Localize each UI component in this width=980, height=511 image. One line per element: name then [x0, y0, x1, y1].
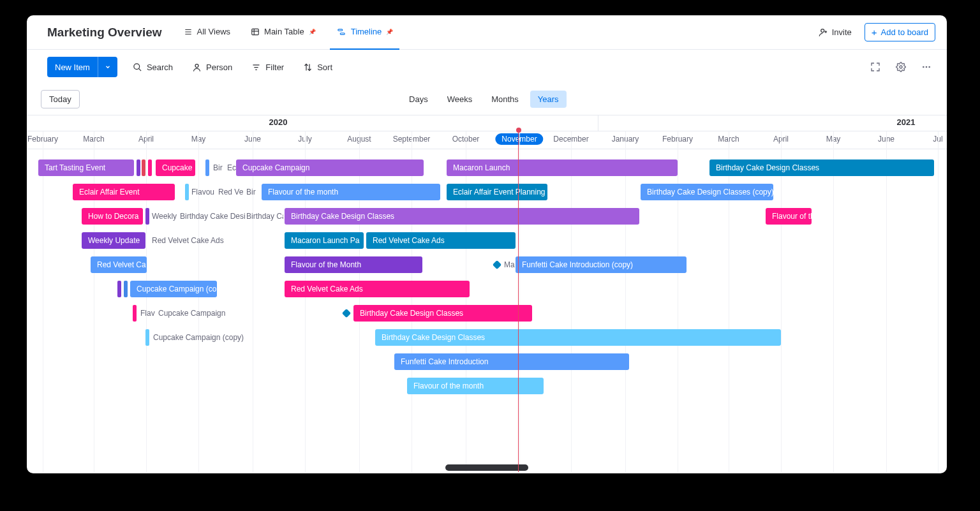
svg-point-8	[820, 29, 824, 33]
timeline-bar[interactable]: Birthday Cake Design Classes	[709, 159, 934, 176]
invite-label: Invite	[832, 27, 852, 37]
timeline-text: Bir	[213, 159, 226, 176]
new-item-label: New Item	[47, 63, 98, 72]
sort-icon	[303, 63, 313, 72]
timeline-bar[interactable]: Weekly Update	[82, 232, 145, 249]
timeline-text: Cupcake Campaign	[158, 305, 235, 322]
new-item-button[interactable]: New Item	[47, 57, 117, 77]
timeline-text: Bir	[246, 184, 259, 200]
timeline-chip[interactable]	[145, 329, 149, 346]
svg-rect-7	[340, 33, 345, 34]
top-bar: Marketing Overview All Views Main Table …	[27, 15, 947, 50]
view-main-table[interactable]: Main Table 📌	[244, 15, 322, 50]
timeline-bar[interactable]: Cupcake	[156, 159, 195, 176]
timeline-icon	[336, 27, 346, 36]
filter-tool[interactable]: Filter	[248, 60, 288, 75]
year-label: 2021	[897, 117, 916, 127]
horizontal-scrollbar[interactable]	[445, 464, 528, 471]
timeline-bar[interactable]: Flavour of the Month	[285, 256, 422, 273]
timeline-bar[interactable]: Red Velvet Ca	[91, 256, 147, 273]
timeline-bar[interactable]: How to Decora	[82, 208, 143, 225]
filter-icon	[251, 63, 261, 72]
person-add-icon	[819, 27, 828, 37]
timeline-chip[interactable]	[148, 159, 152, 176]
timeline-text: Red Ve	[218, 184, 244, 200]
toolbar: New Item Search Person Filter Sort	[27, 50, 947, 84]
person-label: Person	[206, 63, 232, 72]
timeline-bar[interactable]: Birthday Cake Design Classes	[285, 208, 639, 225]
timeline-bar[interactable]: Macaron Launch Pa	[285, 232, 364, 249]
timeline-chip[interactable]	[185, 184, 189, 200]
svg-point-13	[195, 64, 198, 67]
table-icon	[251, 27, 260, 36]
more-button[interactable]	[917, 58, 935, 76]
svg-line-12	[138, 68, 141, 71]
timeline-chip[interactable]	[142, 159, 145, 176]
timeline-bar[interactable]: Red Velvet Cake Ads	[285, 281, 470, 297]
timeline-bar[interactable]: Flavour of the month	[262, 184, 440, 200]
milestone-icon[interactable]	[493, 260, 501, 269]
timeline-text: Weekly	[152, 208, 179, 225]
pin-icon: 📌	[386, 29, 393, 35]
timeline-rows: Tart Tasting EventCupcakeBirEclaCupcake …	[27, 159, 947, 472]
range-years[interactable]: Years	[530, 91, 567, 108]
milestone-icon[interactable]	[342, 309, 351, 318]
year-divider	[598, 115, 598, 131]
view-main-table-label: Main Table	[264, 27, 304, 36]
svg-point-20	[928, 66, 930, 68]
range-bar: Today Days Weeks Months Years	[27, 84, 947, 115]
svg-point-11	[134, 63, 140, 69]
timeline-chip[interactable]	[124, 281, 128, 297]
invite-button[interactable]: Invite	[813, 25, 857, 40]
timeline-chip[interactable]	[117, 281, 121, 297]
sort-label: Sort	[317, 63, 332, 72]
sort-tool[interactable]: Sort	[299, 60, 336, 75]
timeline-bar[interactable]: Flavour of the month	[407, 378, 544, 394]
view-all[interactable]: All Views	[177, 15, 237, 50]
timeline-bar[interactable]: Cupcake Campaign	[236, 159, 424, 176]
today-button[interactable]: Today	[41, 90, 80, 108]
range-days[interactable]: Days	[401, 91, 436, 108]
timeline-bar[interactable]: Red Velvet Cake Ads	[366, 232, 516, 249]
fullscreen-button[interactable]	[866, 58, 884, 76]
more-icon	[921, 62, 932, 72]
timeline-bar[interactable]: Eclair Affair Event	[73, 184, 175, 200]
svg-rect-6	[338, 29, 342, 30]
timeline-bar[interactable]: Eclair Affair Event Planning	[447, 184, 547, 200]
settings-button[interactable]	[892, 58, 910, 76]
timeline-area[interactable]: 2020 2021 FebruaryMarchAprilMayJuneJulyA…	[27, 115, 947, 472]
timeline-bar[interactable]: Macaron Launch	[447, 159, 678, 176]
timeline-text: Red Velvet Cake Ads	[152, 232, 228, 249]
add-to-board-button[interactable]: + Add to board	[865, 23, 935, 41]
timeline-bar[interactable]: Flavour of the	[766, 208, 812, 225]
view-timeline[interactable]: Timeline 📌	[330, 15, 400, 50]
view-timeline-label: Timeline	[351, 27, 382, 36]
timeline-text: Birthday Ca	[246, 208, 283, 225]
timeline-bar[interactable]: Birthday Cake Design Classes	[353, 305, 532, 322]
timeline-text: Birthday Cake Desig	[180, 208, 245, 225]
timeline-bar[interactable]: Cupcake Campaign (cop	[130, 281, 217, 297]
search-icon	[133, 63, 142, 72]
range-weeks[interactable]: Weeks	[440, 91, 480, 108]
timeline-chip[interactable]	[133, 305, 137, 322]
chevron-down-icon	[105, 64, 111, 70]
timeline-bar[interactable]: Funfetti Cake Introduction (copy)	[516, 256, 687, 273]
gear-icon	[896, 62, 906, 72]
search-label: Search	[147, 63, 173, 72]
board-title: Marketing Overview	[47, 26, 162, 40]
timeline-bar[interactable]: Birthday Cake Design Classes (copy)	[641, 184, 773, 200]
timeline-text: Ma	[504, 256, 517, 273]
timeline-chip[interactable]	[137, 159, 140, 176]
range-months[interactable]: Months	[484, 91, 526, 108]
add-to-board-label: Add to board	[881, 27, 928, 37]
timeline-bar[interactable]: Birthday Cake Design Classes	[375, 329, 781, 346]
new-item-dropdown[interactable]	[98, 57, 117, 77]
search-tool[interactable]: Search	[129, 60, 177, 75]
person-tool[interactable]: Person	[188, 60, 236, 75]
timeline-bar[interactable]: Tart Tasting Event	[38, 159, 134, 176]
timeline-chip[interactable]	[145, 208, 149, 225]
svg-point-17	[900, 66, 902, 68]
svg-point-19	[926, 66, 928, 68]
timeline-bar[interactable]: Funfetti Cake Introduction	[394, 353, 629, 370]
timeline-chip[interactable]	[205, 159, 209, 176]
